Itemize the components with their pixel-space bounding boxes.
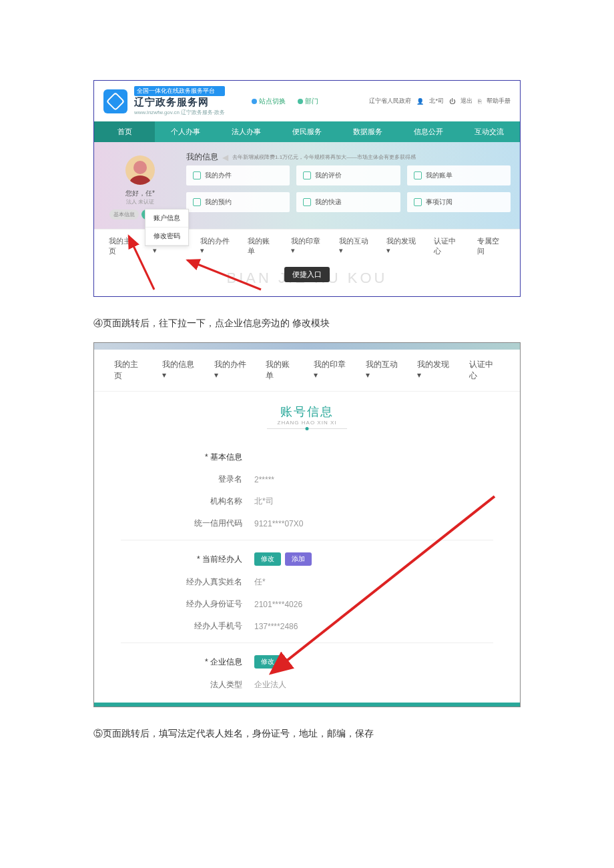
info-panel: 我的信息 ◀ 去年新增减税降费1.1万亿元，今年规模将再加大——市场主体会有更多… xyxy=(186,151,511,220)
platform-banner: 全国一体化在线政务服务平台 xyxy=(134,86,225,96)
subnav2-auth[interactable]: 认证中心 xyxy=(463,359,507,382)
agent-phone-label: 经办人手机号 xyxy=(121,620,254,632)
dot-icon xyxy=(298,99,303,104)
nav-legal[interactable]: 法人办事 xyxy=(216,121,276,142)
subnav2-mydiscover[interactable]: 我的发现▾ xyxy=(410,359,458,382)
subnav-auth[interactable]: 认证中心 xyxy=(428,236,467,256)
news-ticker: 去年新增减税降费1.1万亿元，今年规模将再加大——市场主体会有更多获得感 xyxy=(232,153,416,161)
header-switches: 站点切换 部门 xyxy=(252,97,318,106)
main-nav: 首页 个人办事 法人办事 便民服务 数据服务 信息公开 互动交流 xyxy=(94,121,520,142)
dept-link[interactable]: 部门 xyxy=(298,97,318,106)
card-my-reviews[interactable]: 我的评价 xyxy=(296,165,400,185)
my-info-heading: 我的信息 xyxy=(186,151,218,163)
enterprise-modify-button[interactable]: 修改 xyxy=(254,655,281,669)
subnav2-myinfo[interactable]: 我的信息▾ xyxy=(156,359,204,382)
prev-icon[interactable]: ◀ xyxy=(222,153,228,162)
review-icon xyxy=(303,171,311,179)
ent-type-value: 企业法人 xyxy=(254,679,286,691)
quick-entry-badge: 便捷入口 xyxy=(284,267,330,282)
annotation-arrow-1 xyxy=(121,230,174,296)
subnav2-home[interactable]: 我的主页 xyxy=(107,359,151,382)
site-title: 辽宁政务服务网 xyxy=(134,96,225,109)
subnav2-mybills[interactable]: 我的账单 xyxy=(259,359,303,382)
avatar-icon xyxy=(125,155,155,185)
card-my-subs[interactable]: 事项订阅 xyxy=(407,192,511,212)
agent-add-button[interactable]: 添加 xyxy=(285,552,312,566)
sub-nav-2: 我的主页 我的信息▾ 我的办件▾ 我的账单 我的印章▾ 我的互动▾ 我的发现▾ … xyxy=(94,350,520,392)
section-enterprise: * 企业信息 xyxy=(121,657,254,668)
login-value: 2***** xyxy=(254,475,274,484)
current-user: 北*司 xyxy=(429,97,444,105)
annotation-arrow-2 xyxy=(181,256,268,296)
site-subtitle: www.lnzwfw.gov.cn 辽宁政务服务·政务 xyxy=(134,109,225,116)
user-icon: 👤 xyxy=(416,98,424,105)
org-label: 机构名称 xyxy=(121,496,254,507)
footer-area: BIAN JIE RU KOU 便捷入口 xyxy=(94,263,520,296)
site-logo-icon xyxy=(103,89,127,113)
nav-personal[interactable]: 个人办事 xyxy=(155,121,216,142)
help-icon: ⎘ xyxy=(478,98,481,105)
subs-icon xyxy=(414,198,422,206)
subnav2-mycases[interactable]: 我的办件▾ xyxy=(208,359,256,382)
card-my-delivery[interactable]: 我的快递 xyxy=(296,192,400,212)
screenshot-2: 我的主页 我的信息▾ 我的办件▾ 我的账单 我的印章▾ 我的互动▾ 我的发现▾ … xyxy=(93,342,521,707)
subnav-mybills[interactable]: 我的账单 xyxy=(242,236,281,256)
instruction-4: ④页面跳转后，往下拉一下，点企业信息旁边的 修改模块 xyxy=(93,316,521,330)
agent-name-value: 任* xyxy=(254,576,266,588)
site-title-block: 全国一体化在线政务服务平台 辽宁政务服务网 www.lnzwfw.gov.cn … xyxy=(134,86,225,116)
ent-type-label: 法人类型 xyxy=(121,679,254,691)
subnav-myinteract[interactable]: 我的互动▾ xyxy=(334,236,376,256)
decorative-bar xyxy=(94,343,520,350)
account-form: * 基本信息 登录名 2***** 机构名称 北*司 统一信用代码 9121**… xyxy=(94,433,520,703)
section-basic-info: * 基本信息 xyxy=(121,452,254,463)
subnav-mycases[interactable]: 我的办件▾ xyxy=(195,236,237,256)
case-icon xyxy=(193,171,201,179)
svg-line-0 xyxy=(129,236,154,290)
logout-link[interactable]: 退出 xyxy=(460,97,473,105)
switch-site-link[interactable]: 站点切换 xyxy=(252,97,286,106)
screenshot-1: 全国一体化在线政务服务平台 辽宁政务服务网 www.lnzwfw.gov.cn … xyxy=(93,80,521,297)
nav-convenience[interactable]: 便民服务 xyxy=(276,121,337,142)
appt-icon xyxy=(193,198,201,206)
dot-icon xyxy=(252,99,257,104)
svg-line-1 xyxy=(188,260,261,290)
credit-value: 9121****07X0 xyxy=(254,519,303,528)
agent-name-label: 经办人真实姓名 xyxy=(121,576,254,588)
account-info-title: 账号信息 ZHANG HAO XIN XI xyxy=(94,404,520,429)
basic-info-button[interactable]: 基本信息 xyxy=(109,209,139,220)
card-my-cases[interactable]: 我的办件 xyxy=(186,165,290,185)
bottom-bar xyxy=(94,703,520,707)
title-pinyin: ZHANG HAO XIN XI xyxy=(94,420,520,426)
title-divider xyxy=(267,428,347,429)
dropdown-account-info[interactable]: 账户信息 xyxy=(145,209,188,228)
bill-icon xyxy=(414,171,422,179)
gov-link[interactable]: 辽宁省人民政府 xyxy=(369,97,411,105)
greeting-sub: 法人 未认证 xyxy=(103,198,177,205)
subnav-space[interactable]: 专属空间 xyxy=(472,236,511,256)
login-label: 登录名 xyxy=(121,474,254,485)
subnav2-myinteract[interactable]: 我的互动▾ xyxy=(359,359,407,382)
card-my-bills[interactable]: 我的账单 xyxy=(407,165,511,185)
card-my-appts[interactable]: 我的预约 xyxy=(186,192,290,212)
agent-id-label: 经办人身份证号 xyxy=(121,598,254,610)
subnav-myseal[interactable]: 我的印章▾ xyxy=(286,236,328,256)
logout-icon: ⏻ xyxy=(449,98,455,105)
greeting: 您好，任* xyxy=(103,189,177,198)
subnav2-myseal[interactable]: 我的印章▾ xyxy=(307,359,355,382)
agent-phone-value: 137****2486 xyxy=(254,622,298,631)
nav-info[interactable]: 信息公开 xyxy=(398,121,459,142)
org-value: 北*司 xyxy=(254,496,274,507)
help-link[interactable]: 帮助手册 xyxy=(487,97,511,105)
agent-modify-button[interactable]: 修改 xyxy=(254,552,281,566)
title-text: 账号信息 xyxy=(94,404,520,420)
credit-label: 统一信用代码 xyxy=(121,518,254,529)
nav-interact[interactable]: 互动交流 xyxy=(459,121,520,142)
instruction-5: ⑤页面跳转后，填写法定代表人姓名，身份证号，地址，邮编，保存 xyxy=(93,726,521,741)
nav-home[interactable]: 首页 xyxy=(94,121,155,142)
delivery-icon xyxy=(303,198,311,206)
nav-data[interactable]: 数据服务 xyxy=(338,121,398,142)
agent-id-value: 2101****4026 xyxy=(254,600,302,609)
site-header: 全国一体化在线政务服务平台 辽宁政务服务网 www.lnzwfw.gov.cn … xyxy=(94,81,520,121)
subnav-mydiscover[interactable]: 我的发现▾ xyxy=(381,236,423,256)
header-right: 辽宁省人民政府 👤 北*司 ⏻ 退出 ⎘ 帮助手册 xyxy=(369,97,511,105)
